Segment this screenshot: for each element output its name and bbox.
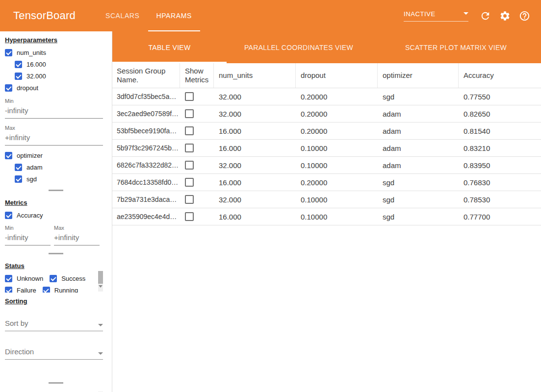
settings-button[interactable] [495,6,515,25]
table-row: 6826c7fa3322d82… 32.000 0.10000 adam 0.8… [112,157,541,174]
reload-mode-select[interactable]: INACTIVE [404,10,468,22]
sort-by-select[interactable]: Sort by [5,319,103,331]
dropout-max-input[interactable] [5,133,103,146]
dropout-min-input[interactable] [5,106,103,119]
status-checkbox-failure[interactable]: Failure [5,287,36,293]
metric-checkbox-accuracy[interactable]: Accuracy [5,212,103,219]
cell-num-units: 16.000 [214,178,296,187]
checkbox-checked-icon [43,287,50,293]
cell-dropout: 0.20000 [296,127,378,135]
checkbox-checked-icon [15,61,22,68]
cell-accuracy: 0.83950 [459,161,541,170]
metric-min-input[interactable] [5,233,51,245]
cell-dropout: 0.10000 [296,196,378,204]
session-group-name: 3ec2aed9e07589f… [112,110,180,118]
cell-dropout: 0.20000 [296,110,378,118]
session-group-name: 53bf5bece9190fa… [112,127,180,135]
scrollbar-thumb[interactable] [98,271,103,284]
hparam-checkbox-num-units[interactable]: num_units [5,49,103,56]
cell-dropout: 0.10000 [296,213,378,221]
cell-num-units: 32.000 [214,93,296,101]
cell-dropout: 0.20000 [296,178,378,187]
table-row: 53bf5bece9190fa… 16.000 0.20000 adam 0.8… [112,122,541,140]
paging-section: Paging Number of matching session groups… [0,387,108,392]
table-header-row: Session Group Name. Show Metrics num_uni… [112,63,541,88]
sort-by-value: Sort by [5,319,28,327]
tab-hparams[interactable]: HPARAMS [148,0,200,31]
cell-dropout: 0.10000 [296,144,378,152]
session-group-name: 7b29a731e3daca… [112,196,180,203]
cell-accuracy: 0.83210 [459,144,541,152]
tab-table-view[interactable]: TABLE VIEW [112,31,227,63]
metric-max-field: Max [54,225,100,245]
cell-accuracy: 0.82650 [459,110,541,118]
checkbox-checked-icon [5,212,12,219]
status-scrollbar[interactable] [98,271,103,292]
tab-scatter-plot-matrix-view[interactable]: SCATTER PLOT MATRIX VIEW [371,31,541,63]
column-header-session-group-name: Session Group Name. [112,63,180,88]
panel-resize-handle[interactable] [49,190,63,191]
session-group-name: 3df0d7cf35bec5a… [112,93,180,100]
checkbox-checked-icon [5,84,12,92]
show-metrics-checkbox[interactable] [185,126,194,135]
hparam-value-checkbox-16[interactable]: 16.000 [15,61,103,68]
table-row: 3df0d7cf35bec5a… 32.000 0.20000 sgd 0.77… [112,88,541,105]
show-metrics-checkbox[interactable] [185,178,194,187]
column-header-show-metrics: Show Metrics [180,63,214,88]
sorting-heading: Sorting [5,297,103,305]
checkbox-label: sgd [26,175,37,183]
metric-max-input[interactable] [54,233,100,245]
cell-num-units: 32.000 [214,196,296,204]
hparam-value-checkbox-32[interactable]: 32.000 [15,73,103,80]
direction-value: Direction [5,347,34,356]
dropdown-arrow-icon [98,352,103,355]
tab-parallel-coordinates-view[interactable]: PARALLEL COORDINATES VIEW [227,31,371,63]
hparam-value-checkbox-adam[interactable]: adam [15,164,103,171]
status-checkbox-unknown[interactable]: Unknown [5,275,43,282]
show-metrics-checkbox[interactable] [185,92,194,101]
session-group-name: ae235909ec4e4d… [112,213,180,220]
table-row: ae235909ec4e4d… 16.000 0.10000 sgd 0.777… [112,208,541,225]
help-button[interactable] [515,6,534,25]
cell-accuracy: 0.77700 [459,213,541,221]
tab-scalars[interactable]: SCALARS [97,0,148,31]
cell-accuracy: 0.76830 [459,178,541,187]
cell-optimizer: sgd [378,178,459,187]
checkbox-label: Success [61,275,85,282]
checkbox-label: Running [54,287,78,293]
status-checkbox-running[interactable]: Running [43,287,78,293]
table-row: 7b29a731e3daca… 32.000 0.10000 sgd 0.785… [112,191,541,208]
cell-optimizer: sgd [378,213,459,221]
hparams-main-pane: TABLE VIEW PARALLEL COORDINATES VIEW SCA… [112,31,541,392]
status-checkbox-success[interactable]: Success [50,275,85,282]
hparam-value-checkbox-sgd[interactable]: sgd [15,175,103,183]
show-metrics-checkbox[interactable] [185,212,194,221]
show-metrics-checkbox[interactable] [185,195,194,204]
refresh-button[interactable] [475,6,495,25]
plugin-tabs: SCALARS HPARAMS [97,0,200,31]
status-section: Status Unknown Success Failure Running [0,257,108,293]
metrics-heading: Metrics [5,199,103,206]
show-metrics-checkbox[interactable] [185,144,194,152]
show-metrics-checkbox[interactable] [185,161,194,170]
cell-num-units: 32.000 [214,110,296,118]
column-header-dropout: dropout [296,63,378,88]
panel-resize-handle[interactable] [49,253,63,254]
scroll-down-arrow-icon[interactable] [99,285,103,288]
table-row: 3ec2aed9e07589f… 32.000 0.20000 adam 0.8… [112,105,541,122]
chevron-down-icon [464,12,468,15]
table-row: 5b97f3c2967245b… 16.000 0.10000 adam 0.8… [112,140,541,157]
hparam-checkbox-optimizer[interactable]: optimizer [5,152,103,159]
cell-dropout: 0.20000 [296,93,378,101]
hparam-checkbox-dropout[interactable]: dropout [5,84,103,92]
cell-dropout: 0.10000 [296,161,378,170]
session-group-name: 7684dcc13358fd0… [112,178,180,186]
checkbox-label: optimizer [17,152,43,159]
checkbox-checked-icon [15,73,22,80]
direction-select[interactable]: Direction [5,348,103,360]
help-icon [519,10,530,22]
show-metrics-checkbox[interactable] [185,109,194,118]
panel-resize-handle[interactable] [49,382,63,384]
app-title: TensorBoard [0,0,76,31]
checkbox-label: adam [26,164,43,171]
